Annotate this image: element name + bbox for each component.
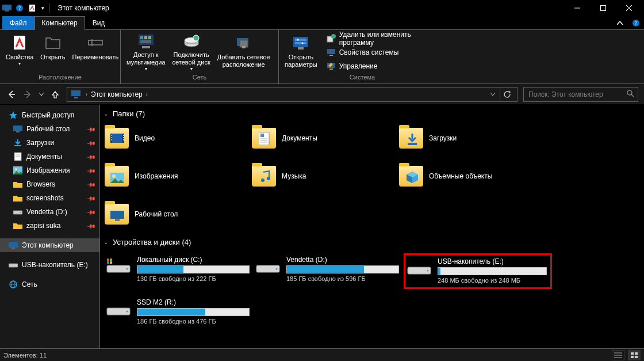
view-details-button[interactable]	[612, 350, 624, 360]
svg-point-79	[267, 177, 270, 180]
capacity-bar	[286, 265, 399, 273]
search-input[interactable]	[527, 90, 626, 99]
search-box[interactable]	[523, 87, 638, 102]
sidebar-quick-access[interactable]: Быстрый доступ	[0, 108, 99, 122]
nav-up-button[interactable]	[49, 89, 61, 100]
sidebar-usb[interactable]: USB-накопитель (E:)	[0, 258, 99, 272]
manage-link[interactable]: Управление	[324, 60, 440, 73]
folder-3d-objects[interactable]: Объемные объекты	[399, 163, 543, 189]
usb-drive-icon	[8, 260, 18, 270]
uninstall-program-link[interactable]: Удалить или изменить программу	[324, 32, 440, 45]
nav-back-button[interactable]	[6, 89, 17, 100]
pin-icon: 📌	[87, 166, 96, 175]
minimize-button[interactable]	[564, 1, 590, 16]
svg-line-44	[631, 94, 634, 97]
uninstall-icon	[327, 34, 336, 43]
tab-view[interactable]: Вид	[85, 16, 113, 30]
svg-rect-32	[298, 47, 304, 50]
svg-rect-0	[2, 5, 12, 10]
properties-button[interactable]: Свойства ▾	[2, 31, 37, 74]
svg-rect-12	[89, 40, 102, 45]
root-chevron-icon[interactable]: ›	[86, 92, 87, 97]
tab-file[interactable]: Файл	[2, 16, 34, 30]
status-bar: Элементов: 11	[0, 348, 644, 361]
system-props-link[interactable]: Свойства системы	[324, 46, 440, 59]
fill-d	[287, 266, 364, 273]
svg-rect-36	[329, 55, 333, 56]
hdd-drive-icon	[255, 256, 281, 276]
drive-c[interactable]: Локальный диск (C:) 130 ГБ свободно из 2…	[105, 253, 253, 289]
folders-group-header[interactable]: ⌄ Папки (7)	[100, 105, 644, 123]
svg-rect-47	[14, 145, 21, 146]
drive-e[interactable]: USB-накопитель (E:) 248 МБ свободно из 2…	[404, 253, 552, 289]
ribbon: Свойства ▾ Открыть Переименовать Располо…	[0, 30, 644, 84]
refresh-button[interactable]	[500, 88, 513, 101]
folder-icon	[13, 221, 23, 231]
content-pane: ⌄ Папки (7) Видео Документы	[100, 105, 644, 348]
sidebar-network[interactable]: Сеть	[0, 278, 99, 291]
pictures-icon	[13, 165, 23, 176]
media-access-button[interactable]: Доступ к мультимедиа ▾	[123, 31, 169, 74]
svg-point-89	[276, 268, 278, 270]
rename-button[interactable]: Переименовать	[69, 31, 122, 74]
pin-icon: 📌	[87, 180, 96, 189]
svg-point-78	[261, 178, 264, 182]
map-drive-button[interactable]: Подключить сетевой диск ▾	[169, 31, 214, 74]
address-history-dropdown[interactable]	[486, 88, 500, 101]
sidebar-this-pc[interactable]: Этот компьютер	[0, 238, 99, 252]
desktop-icon	[13, 124, 23, 134]
nav-recent-dropdown[interactable]	[38, 89, 45, 100]
svg-rect-100	[635, 356, 638, 358]
help-button[interactable]: ?	[628, 16, 644, 30]
help-icon[interactable]: ?	[15, 3, 24, 13]
sidebar-documents[interactable]: Документы📌	[0, 150, 99, 164]
svg-rect-84	[107, 259, 109, 261]
sidebar-vendetta[interactable]: Vendetta (D:)📌	[0, 205, 99, 219]
nav-forward-button[interactable]	[22, 89, 33, 100]
sidebar-downloads[interactable]: Загрузки📌	[0, 136, 99, 150]
window-title: Этот компьютер	[57, 4, 109, 12]
sidebar-pictures[interactable]: Изображения📌	[0, 164, 99, 177]
folder-videos[interactable]: Видео	[105, 125, 248, 151]
pin-icon: 📌	[87, 207, 96, 216]
ribbon-tabs: Файл Компьютер Вид ?	[0, 16, 644, 30]
add-net-location-button[interactable]: Добавить сетевое расположение	[214, 31, 274, 74]
drives-group-header[interactable]: ⌄ Устройства и диски (4)	[100, 233, 644, 251]
tab-computer[interactable]: Компьютер	[34, 16, 85, 30]
qat-properties-icon[interactable]	[28, 3, 37, 13]
breadcrumb-chevron-icon[interactable]: ›	[146, 92, 148, 97]
qat-dropdown[interactable]: ▾	[41, 5, 44, 11]
svg-rect-35	[327, 49, 335, 54]
capacity-bar	[137, 308, 250, 316]
collapse-ribbon-button[interactable]	[612, 16, 628, 30]
folder-documents[interactable]: Документы	[252, 125, 396, 151]
sidebar-browsers[interactable]: Browsers📌	[0, 177, 99, 191]
drive-r[interactable]: SSD M2 (R:) 186 ГБ свободно из 476 ГБ	[105, 296, 253, 328]
drive-d[interactable]: Vendetta (D:) 185 ГБ свободно из 596 ГБ	[254, 253, 402, 289]
folder-desktop[interactable]: Рабочий стол	[105, 201, 248, 227]
address-bar[interactable]: › Этот компьютер ›	[67, 87, 518, 102]
open-button[interactable]: Открыть	[37, 31, 68, 74]
sidebar-screenshots[interactable]: screenshots📌	[0, 191, 99, 205]
folder-pictures[interactable]: Изображения	[105, 163, 248, 189]
view-tiles-button[interactable]	[628, 350, 641, 360]
sidebar-zapisi[interactable]: zapisi suka📌	[0, 219, 99, 233]
svg-rect-69	[123, 139, 124, 140]
map-drive-icon	[183, 33, 200, 50]
folder-downloads[interactable]: Загрузки	[399, 125, 543, 151]
maximize-button[interactable]	[590, 1, 616, 16]
sidebar-desktop[interactable]: Рабочий стол📌	[0, 122, 99, 136]
open-settings-button[interactable]: Открыть параметры	[281, 31, 321, 74]
close-button[interactable]	[616, 1, 642, 16]
group-system-title: Система	[281, 74, 443, 82]
svg-rect-56	[12, 248, 15, 249]
svg-rect-17	[148, 36, 151, 39]
svg-rect-65	[111, 137, 112, 138]
svg-rect-99	[631, 356, 634, 358]
folder-music[interactable]: Музыка	[252, 163, 396, 189]
svg-rect-14	[139, 35, 154, 45]
svg-rect-38	[329, 69, 333, 70]
downloads-folder-icon	[399, 128, 423, 149]
breadcrumb-this-pc[interactable]: Этот компьютер	[91, 90, 143, 98]
svg-rect-1	[5, 10, 9, 12]
